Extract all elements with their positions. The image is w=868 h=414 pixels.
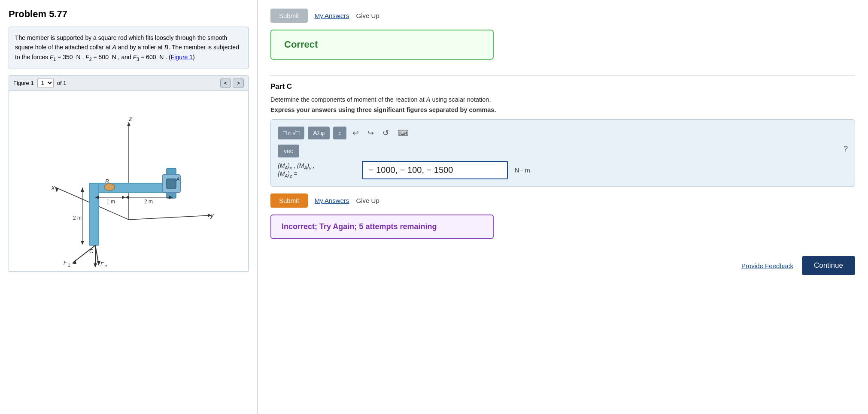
refresh-icon: ↺ (382, 129, 389, 137)
correct-text: Correct (284, 39, 318, 50)
part-c-description: Determine the components of moment of th… (270, 96, 855, 103)
problem-description: The member is supported by a square rod … (9, 27, 249, 69)
divider (270, 75, 855, 76)
bottom-actions: Submit My Answers Give Up (270, 193, 855, 208)
refresh-btn[interactable]: ↺ (380, 127, 392, 139)
desc-text: The member is supported by a square rod … (15, 34, 239, 60)
figure-select[interactable]: 1 (37, 78, 54, 88)
svg-marker-3 (55, 187, 58, 192)
footer-actions: Provide Feedback Continue (270, 256, 855, 275)
redo-icon: ↪ (367, 129, 374, 137)
problem-title: Problem 5.77 (9, 9, 249, 20)
figure-label: Figure 1 (13, 80, 34, 86)
svg-text:1 m: 1 m (106, 199, 115, 205)
z-axis-label: z (128, 115, 132, 122)
part-c-label: Part C (270, 82, 855, 91)
figure-controls: Figure 1 1 of 1 < > (9, 75, 249, 91)
help-btn[interactable]: ? (844, 145, 848, 154)
provide-feedback-link[interactable]: Provide Feedback (741, 262, 793, 269)
keyboard-btn[interactable]: ⌨ (395, 127, 411, 139)
math-input-field[interactable] (362, 161, 508, 179)
continue-btn[interactable]: Continue (802, 256, 855, 275)
svg-marker-29 (97, 261, 100, 266)
bottom-give-up-link[interactable]: Give Up (356, 197, 379, 204)
svg-text:1: 1 (68, 263, 70, 267)
math-toolbar: □ n √□ ΑΣφ ↕ ↩ ↪ ↺ ⌨ (278, 127, 848, 139)
top-give-up-link[interactable]: Give Up (356, 12, 379, 19)
svg-text:F: F (64, 260, 67, 266)
math-input-area: □ n √□ ΑΣφ ↕ ↩ ↪ ↺ ⌨ v (270, 119, 855, 187)
math-input-row: (MA)x , (MA)y , (MA)z = N · m (278, 161, 848, 179)
label-c: C (89, 248, 94, 254)
svg-marker-17 (125, 196, 129, 199)
svg-rect-7 (89, 183, 99, 245)
svg-marker-21 (81, 187, 84, 192)
express-instruction: Express your answers using three signifi… (270, 106, 855, 113)
math-unit: N · m (515, 166, 530, 174)
svg-marker-22 (81, 241, 84, 245)
incorrect-box: Incorrect; Try Again; 5 attempts remaini… (270, 215, 494, 239)
point-b: B (164, 44, 168, 51)
math-label: (MA)x , (MA)y , (MA)z = (278, 162, 355, 178)
sqrt-icon: √□ (292, 130, 299, 136)
point-a-ref: A (426, 96, 431, 103)
undo-btn[interactable]: ↩ (350, 127, 361, 139)
svg-marker-1 (127, 122, 131, 126)
figure1-link[interactable]: Figure 1 (171, 54, 193, 60)
redo-btn[interactable]: ↪ (365, 127, 376, 139)
svg-point-11 (104, 184, 115, 190)
x-axis-label: x (51, 184, 55, 191)
bottom-submit-btn[interactable]: Submit (270, 193, 308, 208)
label-b: B (105, 178, 109, 184)
top-my-answers-btn[interactable]: My Answers (315, 12, 349, 19)
svg-marker-14 (122, 196, 125, 199)
figure-container: x z y B (9, 91, 249, 272)
label-a: A (176, 176, 180, 182)
symbol-text: ΑΣφ (313, 130, 325, 136)
left-panel: Problem 5.77 The member is supported by … (0, 0, 258, 414)
correct-box: Correct (270, 30, 494, 60)
incorrect-text: Incorrect; Try Again; 5 attempts remaini… (282, 222, 437, 231)
figure-of: of 1 (57, 80, 67, 86)
diagram-svg: x z y B (26, 95, 232, 267)
top-actions: Submit My Answers Give Up (270, 9, 855, 23)
right-panel: Submit My Answers Give Up Correct Part C… (258, 0, 868, 414)
keyboard-icon: ⌨ (398, 129, 409, 137)
sort-icon: ↕ (338, 130, 341, 136)
fraction-icon: □ (283, 130, 286, 136)
fraction-sqrt-btn[interactable]: □ n √□ (278, 127, 304, 139)
point-a: A (112, 44, 116, 51)
svg-rect-10 (167, 179, 176, 188)
svg-text:2 m: 2 m (144, 199, 153, 205)
svg-text:F: F (100, 261, 104, 267)
top-submit-btn[interactable]: Submit (270, 9, 308, 23)
symbol-btn[interactable]: ΑΣφ (308, 127, 330, 139)
bottom-my-answers-btn[interactable]: My Answers (315, 197, 349, 204)
svg-text:2: 2 (105, 264, 107, 267)
figure-next-btn[interactable]: > (233, 79, 244, 88)
svg-marker-33 (94, 263, 97, 267)
figure-prev-btn[interactable]: < (220, 79, 231, 88)
force-f2: F (85, 54, 89, 60)
undo-icon: ↩ (352, 129, 359, 137)
vec-btn[interactable]: vec (278, 145, 299, 157)
svg-text:2 m: 2 m (73, 215, 82, 221)
force-f1: F (50, 54, 54, 60)
svg-line-4 (129, 215, 210, 220)
sort-btn[interactable]: ↕ (333, 127, 346, 139)
